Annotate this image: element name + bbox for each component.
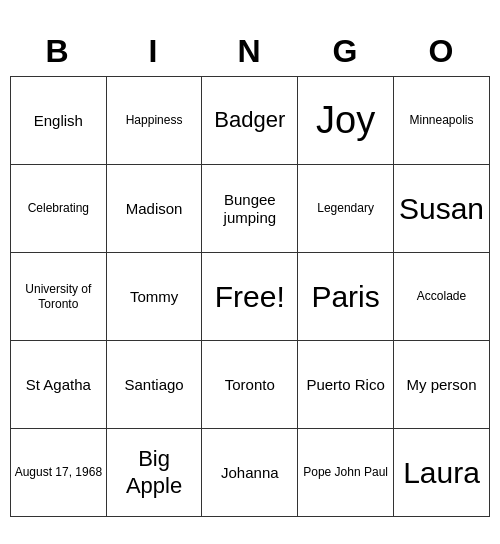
grid-row-4: August 17, 1968Big AppleJohannaPope John… (11, 429, 490, 517)
cell-text-2-4: Accolade (397, 257, 486, 336)
cell-text-2-3: Paris (301, 257, 390, 336)
cell-text-1-4: Susan (397, 169, 486, 248)
cell-0-1: Happiness (106, 77, 202, 165)
cell-0-4: Minneapolis (394, 77, 490, 165)
cell-text-3-1: Santiago (110, 345, 199, 424)
header-letter-n: N (202, 27, 298, 76)
cell-text-4-0: August 17, 1968 (14, 433, 103, 512)
cell-1-4: Susan (394, 165, 490, 253)
cell-text-1-1: Madison (110, 169, 199, 248)
cell-text-3-4: My person (397, 345, 486, 424)
cell-text-1-0: Celebrating (14, 169, 103, 248)
cell-4-0: August 17, 1968 (11, 429, 107, 517)
grid-row-2: University of TorontoTommyFree!ParisAcco… (11, 253, 490, 341)
cell-4-1: Big Apple (106, 429, 202, 517)
cell-text-3-0: St Agatha (14, 345, 103, 424)
cell-4-4: Laura (394, 429, 490, 517)
cell-3-1: Santiago (106, 341, 202, 429)
cell-4-2: Johanna (202, 429, 298, 517)
cell-text-4-4: Laura (397, 433, 486, 512)
cell-text-0-2: Badger (205, 81, 294, 160)
cell-0-3: Joy (298, 77, 394, 165)
cell-text-0-4: Minneapolis (397, 81, 486, 160)
grid-row-1: CelebratingMadisonBungee jumpingLegendar… (11, 165, 490, 253)
cell-0-2: Badger (202, 77, 298, 165)
cell-0-0: English (11, 77, 107, 165)
cell-3-2: Toronto (202, 341, 298, 429)
cell-text-2-2: Free! (205, 257, 294, 336)
cell-1-3: Legendary (298, 165, 394, 253)
cell-text-0-1: Happiness (110, 81, 199, 160)
cell-2-4: Accolade (394, 253, 490, 341)
cell-2-1: Tommy (106, 253, 202, 341)
header-letter-b: B (10, 27, 106, 76)
cell-3-3: Puerto Rico (298, 341, 394, 429)
cell-3-4: My person (394, 341, 490, 429)
bingo-grid: EnglishHappinessBadgerJoyMinneapolisCele… (10, 76, 490, 517)
cell-4-3: Pope John Paul (298, 429, 394, 517)
cell-text-1-2: Bungee jumping (205, 169, 294, 248)
cell-1-1: Madison (106, 165, 202, 253)
cell-text-4-3: Pope John Paul (301, 433, 390, 512)
cell-text-4-2: Johanna (205, 433, 294, 512)
cell-1-2: Bungee jumping (202, 165, 298, 253)
cell-text-0-3: Joy (301, 81, 390, 160)
cell-2-3: Paris (298, 253, 394, 341)
grid-row-0: EnglishHappinessBadgerJoyMinneapolis (11, 77, 490, 165)
grid-row-3: St AgathaSantiagoTorontoPuerto RicoMy pe… (11, 341, 490, 429)
cell-3-0: St Agatha (11, 341, 107, 429)
cell-2-2: Free! (202, 253, 298, 341)
cell-2-0: University of Toronto (11, 253, 107, 341)
cell-text-4-1: Big Apple (110, 433, 199, 512)
cell-text-2-0: University of Toronto (14, 257, 103, 336)
header-letter-i: I (106, 27, 202, 76)
cell-1-0: Celebrating (11, 165, 107, 253)
cell-text-3-2: Toronto (205, 345, 294, 424)
cell-text-2-1: Tommy (110, 257, 199, 336)
cell-text-3-3: Puerto Rico (301, 345, 390, 424)
cell-text-0-0: English (14, 81, 103, 160)
header-letter-o: O (394, 27, 490, 76)
cell-text-1-3: Legendary (301, 169, 390, 248)
header-letter-g: G (298, 27, 394, 76)
bingo-card: BINGO EnglishHappinessBadgerJoyMinneapol… (10, 27, 490, 517)
bingo-header: BINGO (10, 27, 490, 76)
